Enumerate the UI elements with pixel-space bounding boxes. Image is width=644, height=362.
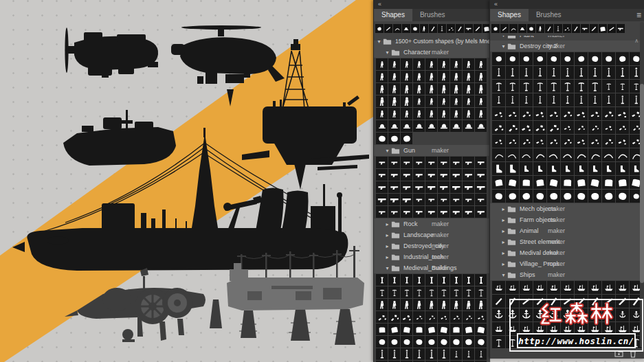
shape-thumbnail[interactable] — [520, 176, 533, 189]
shape-thumbnail[interactable] — [588, 80, 601, 93]
shape-thumbnail[interactable] — [616, 107, 629, 120]
shape-thumbnail[interactable] — [520, 162, 533, 175]
shape-thumbnail[interactable] — [450, 311, 462, 323]
shape-thumbnail[interactable] — [376, 194, 388, 205]
shape-thumbnail[interactable] — [438, 157, 449, 168]
shape-thumbnail[interactable] — [561, 66, 574, 79]
shape-thumbnail[interactable] — [588, 148, 601, 161]
shape-thumbnail[interactable] — [520, 121, 533, 134]
recent-shape-thumbnail[interactable] — [536, 24, 544, 33]
collapse-panel-icon[interactable]: « — [494, 1, 498, 8]
shape-thumbnail[interactable] — [401, 348, 412, 360]
shape-thumbnail[interactable] — [492, 162, 505, 175]
shape-thumbnail[interactable] — [463, 194, 474, 205]
shape-thumbnail[interactable] — [616, 148, 629, 161]
shape-thumbnail[interactable] — [388, 58, 400, 70]
chevron-right-icon[interactable]: ▸ — [500, 217, 507, 223]
recent-shape-thumbnail[interactable] — [474, 24, 482, 33]
shape-thumbnail[interactable] — [401, 95, 412, 107]
chevron-down-icon[interactable]: ▾ — [375, 38, 383, 45]
shape-thumbnail[interactable] — [401, 83, 412, 95]
shape-thumbnail[interactable] — [616, 162, 629, 175]
shape-thumbnail[interactable] — [413, 83, 425, 95]
shape-thumbnail[interactable] — [401, 336, 412, 348]
shape-thumbnail[interactable] — [388, 83, 400, 95]
shape-thumbnail[interactable] — [492, 66, 505, 79]
shape-thumbnail[interactable] — [401, 311, 412, 323]
shape-thumbnail[interactable] — [413, 157, 425, 168]
shape-thumbnail[interactable] — [401, 299, 412, 310]
shape-thumbnail[interactable] — [463, 157, 474, 168]
recent-shape-thumbnail[interactable] — [447, 24, 455, 33]
shape-thumbnail[interactable] — [547, 281, 560, 294]
shape-thumbnail[interactable] — [547, 135, 560, 148]
shape-thumbnail[interactable] — [376, 169, 388, 181]
shape-thumbnail[interactable] — [506, 52, 519, 65]
shape-thumbnail[interactable] — [492, 135, 505, 148]
shape-thumbnail[interactable] — [401, 274, 412, 286]
shape-thumbnail[interactable] — [425, 58, 437, 70]
shape-thumbnail[interactable] — [547, 162, 560, 175]
shape-thumbnail[interactable] — [533, 93, 546, 106]
recent-shape-thumbnail[interactable] — [563, 24, 571, 33]
shape-thumbnail[interactable] — [463, 206, 474, 218]
shape-thumbnail[interactable] — [450, 58, 462, 70]
shape-thumbnail[interactable] — [475, 120, 487, 132]
shape-thumbnail[interactable] — [602, 80, 615, 93]
shape-thumbnail[interactable] — [425, 274, 437, 286]
shape-thumbnail[interactable] — [561, 107, 574, 120]
chevron-right-icon[interactable]: ▸ — [384, 254, 391, 260]
folder-row-destroy-city-2[interactable]: ▾Destroy city 2maker — [490, 41, 644, 52]
shape-thumbnail[interactable] — [602, 281, 615, 294]
shape-thumbnail[interactable] — [450, 83, 462, 95]
shape-thumbnail[interactable] — [450, 71, 462, 82]
shape-thumbnail[interactable] — [425, 324, 437, 335]
shape-thumbnail[interactable] — [547, 121, 560, 134]
shape-thumbnail[interactable] — [616, 66, 629, 79]
shape-thumbnail[interactable] — [388, 336, 400, 348]
shape-thumbnail[interactable] — [602, 148, 615, 161]
recent-shape-thumbnail[interactable] — [465, 24, 473, 33]
recent-shape-thumbnail[interactable] — [411, 24, 419, 33]
shape-thumbnail[interactable] — [388, 133, 400, 144]
chevron-right-icon[interactable]: ▸ — [384, 243, 391, 249]
shape-thumbnail[interactable] — [388, 348, 400, 360]
shape-thumbnail[interactable] — [547, 52, 560, 65]
recent-shape-thumbnail[interactable] — [527, 24, 535, 33]
shape-thumbnail[interactable] — [533, 107, 546, 120]
shape-thumbnail[interactable] — [463, 324, 474, 335]
shape-thumbnail[interactable] — [438, 181, 449, 193]
shape-thumbnail[interactable] — [475, 286, 487, 298]
shape-thumbnail[interactable] — [492, 281, 505, 294]
shape-thumbnail[interactable] — [475, 336, 487, 348]
chevron-down-icon[interactable]: ▾ — [500, 272, 507, 278]
shape-thumbnail[interactable] — [376, 311, 388, 323]
shape-thumbnail[interactable] — [492, 107, 505, 120]
shape-thumbnail[interactable] — [602, 66, 615, 79]
shape-thumbnail[interactable] — [401, 157, 412, 168]
folder-row-character[interactable]: ▾Charactermaker — [374, 47, 490, 58]
shape-thumbnail[interactable] — [376, 120, 388, 132]
shape-thumbnail[interactable] — [602, 107, 615, 120]
shape-thumbnail[interactable] — [376, 206, 388, 218]
shape-thumbnail[interactable] — [425, 348, 437, 360]
shape-thumbnail[interactable] — [588, 190, 601, 203]
recent-shape-thumbnail[interactable] — [402, 24, 410, 33]
shape-thumbnail[interactable] — [463, 274, 474, 286]
shape-thumbnail[interactable] — [588, 52, 601, 65]
shape-thumbnail[interactable] — [506, 190, 519, 203]
shape-thumbnail[interactable] — [475, 157, 487, 168]
shape-thumbnail[interactable] — [438, 336, 449, 348]
chevron-down-icon[interactable]: ▾ — [384, 265, 391, 271]
shape-thumbnail[interactable] — [616, 121, 629, 134]
tab-shapes[interactable]: Shapes — [374, 9, 412, 21]
shape-thumbnail[interactable] — [492, 52, 505, 65]
shape-thumbnail[interactable] — [450, 274, 462, 286]
folder-row-medival-dekor[interactable]: ▸Medival dekormaker — [490, 247, 644, 258]
shape-thumbnail[interactable] — [602, 121, 615, 134]
shape-thumbnail[interactable] — [575, 148, 588, 161]
shape-thumbnail[interactable] — [376, 348, 388, 360]
recent-shape-thumbnail[interactable] — [554, 24, 562, 33]
shape-thumbnail[interactable] — [575, 121, 588, 134]
shape-thumbnail[interactable] — [475, 299, 487, 310]
